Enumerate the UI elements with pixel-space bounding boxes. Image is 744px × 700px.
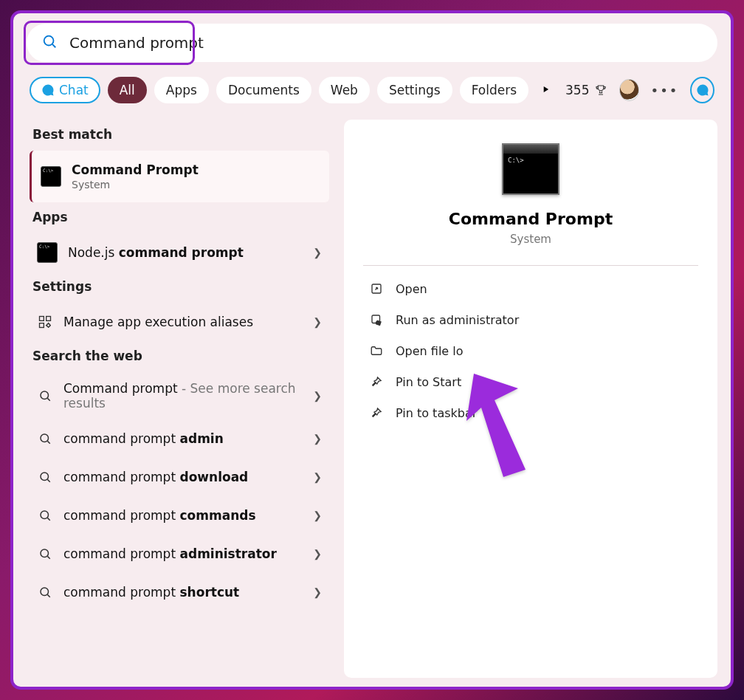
svg-point-10 [41,473,49,481]
best-match-title: Command Prompt [72,162,199,177]
search-icon [37,507,53,524]
best-match-label: Best match [30,120,329,151]
command-prompt-icon [41,166,61,187]
web-result-commands[interactable]: command prompt commands ❯ [30,496,329,535]
pin-icon [369,406,384,419]
start-search-panel: Chat All Apps Documents Web Settings Fol… [10,10,734,690]
search-box[interactable] [27,24,717,62]
chevron-right-icon: ❯ [313,586,322,598]
web-result-administrator[interactable]: command prompt administrator ❯ [30,535,329,573]
search-icon [37,388,53,404]
action-pin-to-start[interactable]: Pin to Start [363,366,698,397]
filter-documents[interactable]: Documents [216,77,311,103]
svg-line-9 [47,441,49,443]
filter-all[interactable]: All [108,77,147,103]
divider [363,265,698,266]
svg-point-0 [44,36,54,46]
svg-line-13 [47,518,49,520]
search-icon [37,469,53,485]
web-result-shortcut[interactable]: command prompt shortcut ❯ [30,573,329,611]
action-run-as-administrator[interactable]: Run as administrator [363,304,698,335]
filter-tabs: Chat All Apps Documents Web Settings Fol… [27,74,717,106]
svg-point-16 [41,588,49,596]
action-pin-to-taskbar[interactable]: Pin to taskbar [363,397,698,428]
app-result-nodejs[interactable]: Node.js command prompt ❯ [30,233,329,272]
rewards-points[interactable]: 355 [565,83,607,97]
svg-line-15 [47,556,49,558]
command-prompt-large-icon [502,143,559,195]
svg-line-17 [47,594,49,597]
chevron-right-icon: ❯ [313,433,322,445]
detail-subtitle: System [363,233,698,246]
command-prompt-icon [37,242,58,263]
result-detail-panel: Command Prompt System Open Run as admini… [344,120,717,678]
bing-chat-button[interactable] [690,77,714,103]
action-open[interactable]: Open [363,273,698,304]
svg-rect-4 [40,323,44,328]
more-options-icon[interactable]: ••• [647,83,683,98]
apps-section-label: Apps [30,202,329,233]
best-match-result[interactable]: Command Prompt System [30,151,329,202]
chevron-right-icon: ❯ [313,548,322,560]
web-result-download[interactable]: command prompt download ❯ [30,458,329,496]
svg-rect-3 [46,317,51,321]
chevron-right-icon: ❯ [313,509,322,521]
svg-line-11 [47,479,49,481]
svg-point-14 [41,549,49,557]
shield-admin-icon [369,313,384,326]
web-section-label: Search the web [30,341,329,372]
open-icon [369,282,384,295]
pin-icon [369,375,384,388]
filter-web[interactable]: Web [319,77,370,103]
chat-tab[interactable]: Chat [30,77,100,103]
search-icon [37,546,53,562]
svg-point-5 [47,324,50,327]
chevron-right-icon: ❯ [313,390,322,402]
chevron-right-icon: ❯ [313,316,322,328]
best-match-subtitle: System [72,179,199,191]
filter-settings[interactable]: Settings [377,77,452,103]
search-icon [37,430,53,447]
chat-tab-label: Chat [59,83,89,97]
search-input[interactable] [68,33,703,52]
user-avatar[interactable] [619,79,639,101]
svg-rect-2 [40,317,44,321]
web-result-admin[interactable]: command prompt admin ❯ [30,419,329,458]
filter-folders[interactable]: Folders [460,77,528,103]
web-result-see-more[interactable]: Command prompt - See more search results… [30,372,329,419]
svg-point-6 [41,391,49,399]
action-open-file-location[interactable]: Open file lo [363,335,698,366]
filter-apps[interactable]: Apps [154,77,209,103]
chevron-right-icon: ❯ [313,247,322,258]
detail-title: Command Prompt [363,210,698,228]
app-aliases-icon [37,314,53,330]
chevron-right-icon: ❯ [313,471,322,483]
svg-point-12 [41,511,49,519]
trophy-icon [594,83,607,97]
expand-filters-icon[interactable] [540,83,551,97]
folder-icon [369,344,384,357]
svg-line-7 [47,398,49,400]
search-icon [41,33,58,52]
svg-point-8 [41,434,49,442]
settings-section-label: Settings [30,272,329,303]
settings-result-aliases[interactable]: Manage app execution aliases ❯ [30,303,329,341]
search-icon [37,584,53,600]
svg-line-1 [52,44,55,47]
